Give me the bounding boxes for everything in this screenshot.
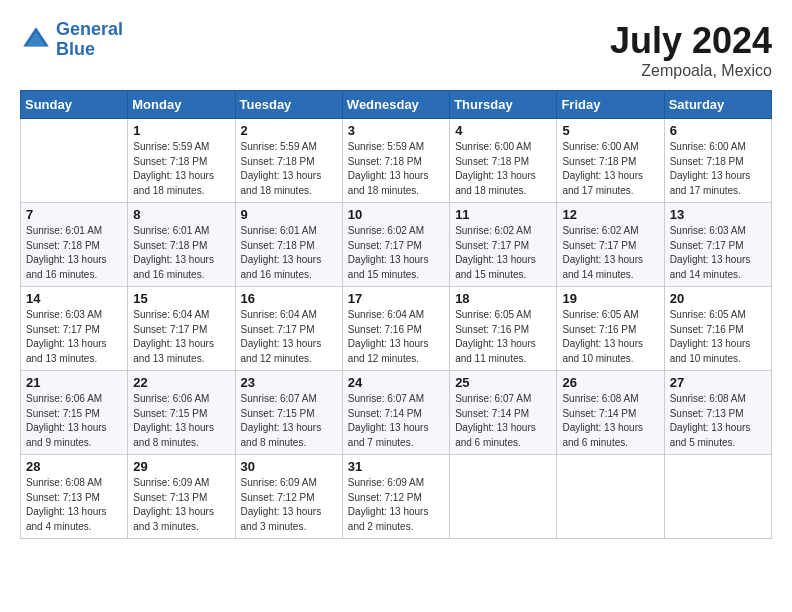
- day-number: 24: [348, 375, 444, 390]
- calendar-cell: 17Sunrise: 6:04 AM Sunset: 7:16 PM Dayli…: [342, 287, 449, 371]
- calendar-cell: [557, 455, 664, 539]
- calendar-week-row: 1Sunrise: 5:59 AM Sunset: 7:18 PM Daylig…: [21, 119, 772, 203]
- day-number: 16: [241, 291, 337, 306]
- calendar-cell: 27Sunrise: 6:08 AM Sunset: 7:13 PM Dayli…: [664, 371, 771, 455]
- calendar-week-row: 7Sunrise: 6:01 AM Sunset: 7:18 PM Daylig…: [21, 203, 772, 287]
- day-info: Sunrise: 6:08 AM Sunset: 7:13 PM Dayligh…: [670, 392, 766, 450]
- day-info: Sunrise: 6:05 AM Sunset: 7:16 PM Dayligh…: [670, 308, 766, 366]
- calendar-table: SundayMondayTuesdayWednesdayThursdayFrid…: [20, 90, 772, 539]
- calendar-cell: 21Sunrise: 6:06 AM Sunset: 7:15 PM Dayli…: [21, 371, 128, 455]
- day-info: Sunrise: 6:06 AM Sunset: 7:15 PM Dayligh…: [26, 392, 122, 450]
- day-number: 17: [348, 291, 444, 306]
- weekday-header-row: SundayMondayTuesdayWednesdayThursdayFrid…: [21, 91, 772, 119]
- calendar-cell: 23Sunrise: 6:07 AM Sunset: 7:15 PM Dayli…: [235, 371, 342, 455]
- day-number: 15: [133, 291, 229, 306]
- day-info: Sunrise: 5:59 AM Sunset: 7:18 PM Dayligh…: [241, 140, 337, 198]
- day-info: Sunrise: 6:04 AM Sunset: 7:16 PM Dayligh…: [348, 308, 444, 366]
- day-number: 22: [133, 375, 229, 390]
- calendar-cell: 11Sunrise: 6:02 AM Sunset: 7:17 PM Dayli…: [450, 203, 557, 287]
- calendar-cell: 31Sunrise: 6:09 AM Sunset: 7:12 PM Dayli…: [342, 455, 449, 539]
- day-info: Sunrise: 6:04 AM Sunset: 7:17 PM Dayligh…: [133, 308, 229, 366]
- weekday-header-monday: Monday: [128, 91, 235, 119]
- weekday-header-sunday: Sunday: [21, 91, 128, 119]
- day-info: Sunrise: 6:07 AM Sunset: 7:15 PM Dayligh…: [241, 392, 337, 450]
- day-info: Sunrise: 6:05 AM Sunset: 7:16 PM Dayligh…: [562, 308, 658, 366]
- calendar-cell: 7Sunrise: 6:01 AM Sunset: 7:18 PM Daylig…: [21, 203, 128, 287]
- day-number: 10: [348, 207, 444, 222]
- day-number: 7: [26, 207, 122, 222]
- calendar-cell: [450, 455, 557, 539]
- calendar-cell: 26Sunrise: 6:08 AM Sunset: 7:14 PM Dayli…: [557, 371, 664, 455]
- day-info: Sunrise: 6:07 AM Sunset: 7:14 PM Dayligh…: [348, 392, 444, 450]
- location: Zempoala, Mexico: [610, 62, 772, 80]
- calendar-week-row: 28Sunrise: 6:08 AM Sunset: 7:13 PM Dayli…: [21, 455, 772, 539]
- day-info: Sunrise: 6:09 AM Sunset: 7:12 PM Dayligh…: [241, 476, 337, 534]
- day-number: 18: [455, 291, 551, 306]
- day-info: Sunrise: 6:06 AM Sunset: 7:15 PM Dayligh…: [133, 392, 229, 450]
- day-number: 25: [455, 375, 551, 390]
- calendar-cell: 12Sunrise: 6:02 AM Sunset: 7:17 PM Dayli…: [557, 203, 664, 287]
- weekday-header-tuesday: Tuesday: [235, 91, 342, 119]
- calendar-cell: 29Sunrise: 6:09 AM Sunset: 7:13 PM Dayli…: [128, 455, 235, 539]
- title-block: July 2024 Zempoala, Mexico: [610, 20, 772, 80]
- logo-text: General Blue: [56, 20, 123, 60]
- day-info: Sunrise: 5:59 AM Sunset: 7:18 PM Dayligh…: [348, 140, 444, 198]
- day-number: 8: [133, 207, 229, 222]
- calendar-cell: [664, 455, 771, 539]
- calendar-cell: 1Sunrise: 5:59 AM Sunset: 7:18 PM Daylig…: [128, 119, 235, 203]
- day-number: 26: [562, 375, 658, 390]
- day-number: 19: [562, 291, 658, 306]
- day-number: 23: [241, 375, 337, 390]
- calendar-cell: 13Sunrise: 6:03 AM Sunset: 7:17 PM Dayli…: [664, 203, 771, 287]
- calendar-cell: 28Sunrise: 6:08 AM Sunset: 7:13 PM Dayli…: [21, 455, 128, 539]
- calendar-cell: 25Sunrise: 6:07 AM Sunset: 7:14 PM Dayli…: [450, 371, 557, 455]
- day-number: 9: [241, 207, 337, 222]
- day-number: 11: [455, 207, 551, 222]
- calendar-cell: 24Sunrise: 6:07 AM Sunset: 7:14 PM Dayli…: [342, 371, 449, 455]
- weekday-header-wednesday: Wednesday: [342, 91, 449, 119]
- day-info: Sunrise: 6:08 AM Sunset: 7:14 PM Dayligh…: [562, 392, 658, 450]
- calendar-cell: 15Sunrise: 6:04 AM Sunset: 7:17 PM Dayli…: [128, 287, 235, 371]
- day-info: Sunrise: 6:01 AM Sunset: 7:18 PM Dayligh…: [26, 224, 122, 282]
- day-number: 21: [26, 375, 122, 390]
- calendar-cell: 19Sunrise: 6:05 AM Sunset: 7:16 PM Dayli…: [557, 287, 664, 371]
- calendar-cell: 20Sunrise: 6:05 AM Sunset: 7:16 PM Dayli…: [664, 287, 771, 371]
- weekday-header-friday: Friday: [557, 91, 664, 119]
- calendar-week-row: 21Sunrise: 6:06 AM Sunset: 7:15 PM Dayli…: [21, 371, 772, 455]
- day-info: Sunrise: 6:09 AM Sunset: 7:13 PM Dayligh…: [133, 476, 229, 534]
- calendar-cell: 22Sunrise: 6:06 AM Sunset: 7:15 PM Dayli…: [128, 371, 235, 455]
- day-info: Sunrise: 6:02 AM Sunset: 7:17 PM Dayligh…: [455, 224, 551, 282]
- logo-icon: [20, 24, 52, 56]
- page-header: General Blue July 2024 Zempoala, Mexico: [20, 20, 772, 80]
- day-number: 6: [670, 123, 766, 138]
- day-number: 3: [348, 123, 444, 138]
- day-info: Sunrise: 6:03 AM Sunset: 7:17 PM Dayligh…: [670, 224, 766, 282]
- day-info: Sunrise: 6:08 AM Sunset: 7:13 PM Dayligh…: [26, 476, 122, 534]
- day-number: 28: [26, 459, 122, 474]
- calendar-cell: 16Sunrise: 6:04 AM Sunset: 7:17 PM Dayli…: [235, 287, 342, 371]
- day-info: Sunrise: 5:59 AM Sunset: 7:18 PM Dayligh…: [133, 140, 229, 198]
- calendar-cell: 10Sunrise: 6:02 AM Sunset: 7:17 PM Dayli…: [342, 203, 449, 287]
- calendar-cell: 6Sunrise: 6:00 AM Sunset: 7:18 PM Daylig…: [664, 119, 771, 203]
- day-info: Sunrise: 6:00 AM Sunset: 7:18 PM Dayligh…: [562, 140, 658, 198]
- day-info: Sunrise: 6:07 AM Sunset: 7:14 PM Dayligh…: [455, 392, 551, 450]
- calendar-week-row: 14Sunrise: 6:03 AM Sunset: 7:17 PM Dayli…: [21, 287, 772, 371]
- day-number: 13: [670, 207, 766, 222]
- day-info: Sunrise: 6:01 AM Sunset: 7:18 PM Dayligh…: [133, 224, 229, 282]
- day-number: 29: [133, 459, 229, 474]
- logo: General Blue: [20, 20, 123, 60]
- day-number: 20: [670, 291, 766, 306]
- day-info: Sunrise: 6:00 AM Sunset: 7:18 PM Dayligh…: [455, 140, 551, 198]
- logo-line1: General: [56, 19, 123, 39]
- calendar-cell: [21, 119, 128, 203]
- day-number: 30: [241, 459, 337, 474]
- day-info: Sunrise: 6:09 AM Sunset: 7:12 PM Dayligh…: [348, 476, 444, 534]
- day-number: 12: [562, 207, 658, 222]
- day-number: 4: [455, 123, 551, 138]
- calendar-cell: 18Sunrise: 6:05 AM Sunset: 7:16 PM Dayli…: [450, 287, 557, 371]
- day-info: Sunrise: 6:01 AM Sunset: 7:18 PM Dayligh…: [241, 224, 337, 282]
- day-info: Sunrise: 6:03 AM Sunset: 7:17 PM Dayligh…: [26, 308, 122, 366]
- day-number: 27: [670, 375, 766, 390]
- logo-line2: Blue: [56, 40, 123, 60]
- calendar-cell: 30Sunrise: 6:09 AM Sunset: 7:12 PM Dayli…: [235, 455, 342, 539]
